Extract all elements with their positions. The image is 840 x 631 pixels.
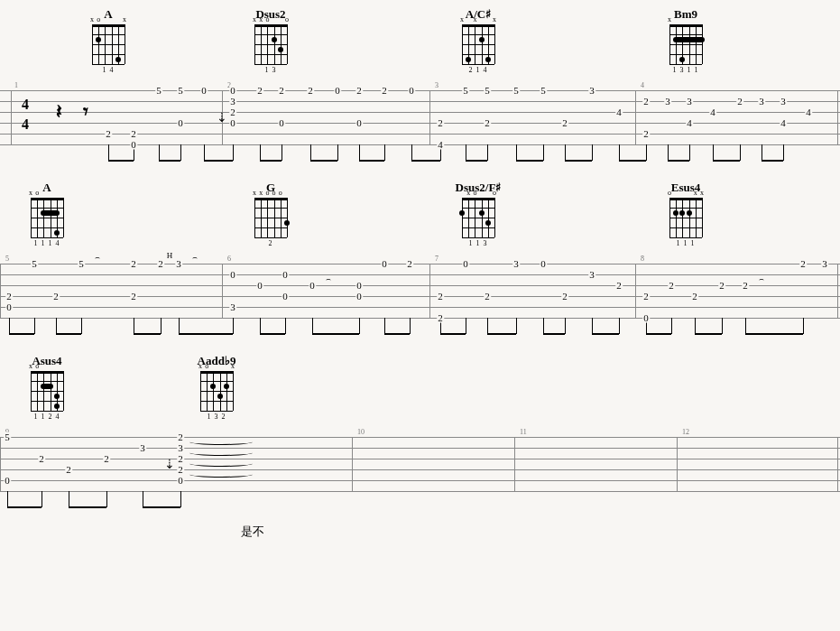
tab-note: 0: [229, 270, 236, 280]
technique-mark: ⌢: [759, 274, 764, 284]
tab-note: 2: [278, 86, 285, 96]
tab-note: 0: [540, 259, 547, 269]
tab-note: 0: [355, 281, 363, 291]
tab-note: 5: [484, 86, 491, 96]
tab-note: 2: [437, 313, 444, 323]
tab-note: 3: [686, 97, 693, 107]
tab-note: 0: [177, 476, 184, 486]
tab-note: 5: [78, 259, 85, 269]
tab-note: 3: [821, 259, 828, 269]
tab-note: 0: [200, 86, 208, 96]
tab-note: 2: [105, 129, 112, 139]
tab-note: 4: [615, 107, 623, 117]
fretboard: xox: [92, 24, 125, 64]
tab-note: 2: [668, 281, 675, 291]
chord-fingering: 1 1 2 4: [34, 413, 60, 421]
tab-note: 2: [38, 454, 45, 464]
tab-note: 2: [736, 97, 743, 107]
technique-mark: ⌢: [192, 253, 198, 263]
tab-note: 0: [355, 118, 363, 128]
tab-note: 2: [5, 292, 13, 302]
chord-fingering: 2: [269, 239, 273, 247]
strum-arrow: ⇣: [164, 457, 175, 472]
chord-row: Axox1 4Dsus2xxoo1 3A/C♯xxx2 1 4Bm9x1 3 1…: [0, 7, 840, 79]
tab-note: 3: [588, 86, 595, 96]
fretboard: xo: [31, 371, 63, 411]
measure-number: 8: [641, 255, 644, 263]
tab-note: 0: [408, 86, 415, 96]
tab-note: 2: [65, 465, 72, 475]
fretboard: xo: [31, 198, 63, 237]
fretboard: xxooo: [254, 198, 287, 237]
tab-note: 2: [718, 281, 725, 291]
chord-diagram: Dsus2xxoo1 3: [235, 7, 307, 74]
measure-number: 5: [5, 255, 9, 263]
measure-number: 3: [435, 81, 438, 89]
tab-note: 2: [561, 118, 568, 128]
chord-row: Asus4xo1 1 2 4Aadd♭9xox1 3 2: [0, 354, 840, 426]
chord-diagram: Gxxooo2: [235, 181, 307, 247]
tab-note: 2: [256, 86, 263, 96]
chord-diagram: Axox1 4: [72, 7, 144, 74]
chord-row: Axo1 1 1 4Gxxooo2Dsus2/F♯xoo1 1 3Esus4ox…: [0, 181, 840, 253]
system-row: Axox1 4Dsus2xxoo1 3A/C♯xxx2 1 4Bm9x1 3 1…: [0, 7, 840, 144]
chord-name: Aadd♭9: [198, 354, 236, 368]
tab-note: 0: [256, 281, 263, 291]
tab-note: 4: [437, 140, 444, 150]
tab-note: 2: [642, 97, 650, 107]
timesig-top: 4: [22, 97, 29, 112]
chord-fingering: 2 1 4: [469, 66, 488, 74]
tab-note: 2: [484, 118, 491, 128]
tie: [189, 471, 253, 478]
chord-name: A: [42, 181, 51, 195]
tab-note: 0: [4, 476, 11, 486]
technique-label: H: [167, 251, 173, 260]
tab-note: 5: [4, 432, 11, 442]
measure-number: 6: [227, 255, 231, 263]
tab-note: 2: [307, 86, 314, 96]
tab-note: 2: [381, 86, 388, 96]
tab-note: 3: [588, 270, 595, 280]
measure-number: 7: [435, 255, 438, 263]
chord-fingering: 1 3: [265, 66, 277, 74]
tab-note: 2: [177, 465, 184, 475]
tab-note: 2: [130, 129, 137, 139]
chord-fingering: 1 3 2: [208, 413, 226, 421]
tab-note: 2: [691, 292, 698, 302]
tab-note: 3: [664, 97, 671, 107]
measure-number: 1: [14, 81, 18, 89]
tab-note: 3: [177, 443, 184, 453]
chord-fingering: 1 3 1 1: [673, 66, 699, 74]
tab-note: 0: [130, 140, 137, 150]
fretboard: xoo: [462, 198, 494, 237]
technique-mark: ⌢: [95, 253, 100, 263]
tab-note: 2: [355, 86, 363, 96]
tab-note: 2: [561, 292, 568, 302]
tab-note: 2: [130, 292, 137, 302]
tab-staff: 567820525⌢222H3⌢030000⌢00022202302322022…: [0, 264, 840, 318]
tab-note: 2: [642, 129, 650, 139]
chord-diagram: Dsus2/F♯xoo1 1 3: [442, 181, 514, 247]
technique-mark: ⌢: [326, 274, 331, 284]
tab-note: 0: [462, 259, 469, 269]
tab-note: 2: [177, 432, 184, 442]
chord-fingering: 1 1 3: [469, 239, 488, 247]
tab-note: 0: [309, 281, 316, 291]
lyric: 是不: [241, 524, 264, 540]
tab-note: 3: [780, 97, 787, 107]
fretboard: xox: [200, 371, 233, 411]
tab-note: 2: [484, 292, 491, 302]
tab-note: 0: [355, 292, 363, 302]
chord-fingering: 1 1 1: [677, 239, 696, 247]
tab-note: 4: [686, 118, 693, 128]
tab-note: 2: [437, 292, 444, 302]
chord-name: Bm9: [674, 7, 697, 22]
tab-note: 5: [512, 86, 520, 96]
tab-note: 2: [229, 107, 236, 117]
chord-diagram: Aadd♭9xox1 3 2: [180, 354, 253, 421]
tab-note: 0: [282, 270, 289, 280]
tab-note: 5: [462, 86, 469, 96]
chord-name: A: [104, 7, 112, 22]
measure-number: 4: [641, 81, 644, 89]
tab-note: 2: [642, 292, 650, 302]
